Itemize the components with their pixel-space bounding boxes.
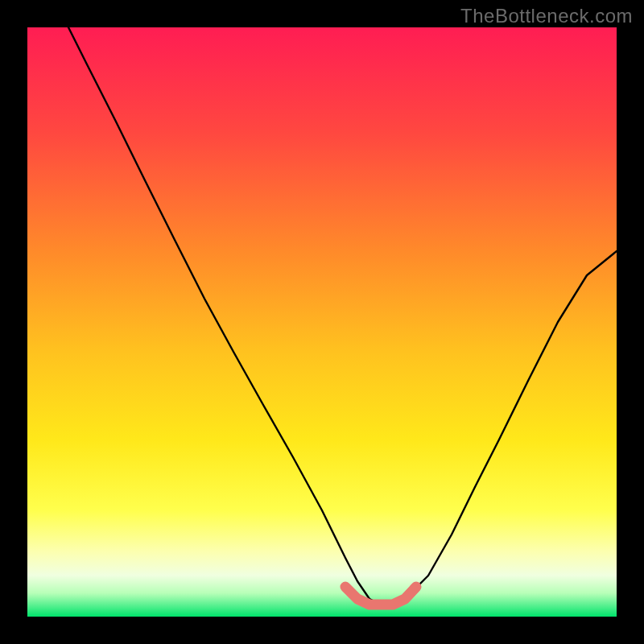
gradient-background	[27, 27, 617, 617]
chart-frame: TheBottleneck.com	[0, 0, 644, 644]
plot-area	[27, 27, 617, 617]
chart-svg	[27, 27, 617, 617]
watermark-text: TheBottleneck.com	[460, 5, 633, 27]
